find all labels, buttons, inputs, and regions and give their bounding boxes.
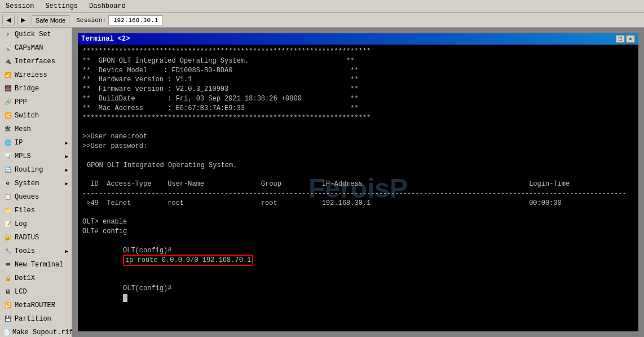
sidebar-item-ppp[interactable]: 🔗 PPP: [0, 95, 72, 109]
sidebar-item-bridge[interactable]: 🌉 Bridge: [0, 82, 72, 95]
sidebar-item-wireless[interactable]: 📶 Wireless: [0, 68, 72, 82]
sidebar-label-interfaces: Interfaces: [15, 58, 55, 65]
sidebar-label-capsman: CAPsMAN: [15, 44, 43, 52]
sidebar-item-new-terminal[interactable]: 💻 New Terminal: [0, 258, 72, 272]
lcd-icon: 🖥: [3, 287, 12, 296]
terminal-line-banner1: ****************************************…: [82, 47, 634, 56]
sidebar-item-routing[interactable]: 🔄 Routing: [0, 163, 72, 177]
sidebar-item-make-supout[interactable]: 📄 Make Supout.rif: [0, 326, 72, 337]
sidebar-item-lcd[interactable]: 🖥 LCD: [0, 285, 72, 299]
sidebar-label-routing: Routing: [15, 166, 43, 174]
terminal-prompt-3: OLT(config)#: [123, 247, 171, 255]
sidebar-item-dot1x[interactable]: 🔒 Dot1X: [0, 272, 72, 285]
sidebar-item-capsman[interactable]: 📡 CAPsMAN: [0, 41, 72, 55]
back-button[interactable]: ◀: [2, 15, 15, 25]
sidebar-item-system[interactable]: ⚙ System: [0, 177, 72, 190]
sidebar-item-queues[interactable]: 📋 Queues: [0, 190, 72, 204]
partition-icon: 💾: [3, 314, 12, 323]
routing-icon: 🔄: [3, 165, 12, 174]
terminal-line-empty2: [82, 151, 634, 161]
metarouter-icon: 🔁: [3, 301, 12, 310]
sidebar-label-wireless: Wireless: [15, 71, 47, 79]
sidebar-item-log[interactable]: 📝 Log: [0, 217, 72, 231]
sidebar-item-files[interactable]: 📁 Files: [0, 204, 72, 217]
session-label: Session:: [76, 17, 106, 24]
sidebar-item-ip[interactable]: 🌐 IP: [0, 136, 72, 150]
menu-dashboard[interactable]: Dashboard: [86, 1, 129, 11]
sidebar-label-metarouter: MetaROUTER: [15, 301, 55, 309]
terminal-line-login-pass: >>User password:: [82, 142, 634, 151]
switch-icon: 🔀: [3, 111, 12, 120]
sidebar-label-partition: Partition: [15, 315, 51, 323]
sidebar-item-mpls[interactable]: 📊 MPLS: [0, 150, 72, 163]
terminal-cursor: [123, 294, 127, 302]
system-icon: ⚙: [3, 179, 12, 188]
terminal-line-empty1: [82, 122, 634, 132]
sidebar-label-files: Files: [15, 207, 35, 215]
mpls-icon: 📊: [3, 152, 12, 161]
sidebar-label-mesh: Mesh: [15, 125, 31, 133]
interfaces-icon: 🔌: [3, 57, 12, 66]
wireless-icon: 📶: [3, 71, 12, 80]
content-area: Terminal <2> □ ✕ FeroisP ***************…: [72, 28, 644, 337]
maximize-button[interactable]: □: [616, 35, 625, 43]
menu-bar: Session Settings Dashboard: [0, 0, 644, 13]
menu-settings[interactable]: Settings: [42, 1, 81, 11]
sidebar-item-radius[interactable]: 🔐 RADIUS: [0, 231, 72, 244]
terminal-line-cmd1: OLT> enable: [82, 217, 634, 227]
terminal-line-gpon-label: GPON OLT Integrated Operating System.: [87, 161, 634, 170]
sidebar: ⚡ Quick Set 📡 CAPsMAN 🔌 Interfaces 📶 Wir…: [0, 28, 72, 337]
sidebar-label-new-terminal: New Terminal: [15, 261, 63, 269]
sidebar-label-ip: IP: [15, 139, 23, 147]
sidebar-item-tools[interactable]: 🔧 Tools: [0, 244, 72, 258]
new-terminal-icon: 💻: [3, 260, 12, 269]
sidebar-label-queues: Queues: [15, 193, 39, 201]
sidebar-item-quick-set[interactable]: ⚡ Quick Set: [0, 28, 72, 41]
terminal-line-banner7: ** Mac Address : E0:67:B3:7A:E9:33 **: [82, 104, 634, 113]
sidebar-label-switch: Switch: [15, 112, 39, 120]
terminal-titlebar: Terminal <2> □ ✕: [78, 33, 638, 45]
quick-set-icon: ⚡: [3, 30, 12, 39]
sidebar-label-make-supout: Make Supout.rif: [12, 329, 72, 336]
terminal-line-banner5: ** Firmware version : V2.0.3_210903 **: [82, 85, 634, 94]
sidebar-label-system: System: [15, 180, 39, 187]
tools-icon: 🔧: [3, 247, 12, 256]
toolbar: ◀ ▶ Safe Mode Session: 192.168.30.1: [0, 13, 644, 28]
terminal-table-divider: ----------------------------------------…: [82, 189, 634, 199]
ip-icon: 🌐: [3, 138, 12, 147]
dot1x-icon: 🔒: [3, 274, 12, 283]
sidebar-label-tools: Tools: [15, 247, 35, 255]
files-icon: 📁: [3, 206, 12, 215]
radius-icon: 🔐: [3, 233, 12, 242]
terminal-table-header: ID Access-Type User-Name Group IP-Addres…: [82, 180, 634, 189]
sidebar-label-log: Log: [15, 220, 27, 228]
sidebar-item-mesh[interactable]: 🕸 Mesh: [0, 122, 72, 136]
terminal-line-banner8: ****************************************…: [82, 113, 634, 123]
terminal-highlighted-command: ip route 0.0.0.0/0 192.168.70.1: [123, 255, 253, 266]
terminal-line-cmd2: OLT# config: [82, 227, 634, 237]
sidebar-item-partition[interactable]: 💾 Partition: [0, 312, 72, 326]
sidebar-label-bridge: Bridge: [15, 85, 39, 93]
sidebar-item-switch[interactable]: 🔀 Switch: [0, 109, 72, 122]
terminal-prompt-4: OLT(config)#: [123, 285, 171, 292]
menu-session[interactable]: Session: [2, 1, 37, 11]
sidebar-item-interfaces[interactable]: 🔌 Interfaces: [0, 55, 72, 68]
close-button[interactable]: ✕: [626, 35, 635, 43]
sidebar-item-metarouter[interactable]: 🔁 MetaROUTER: [0, 299, 72, 312]
make-supout-icon: 📄: [3, 328, 10, 337]
terminal-table-row: >49 Telnet root root 192.168.30.1 00:00:…: [82, 199, 634, 208]
queues-icon: 📋: [3, 192, 12, 202]
terminal-line-empty3: [82, 170, 634, 180]
safe-mode-button[interactable]: Safe Mode: [32, 15, 69, 25]
sidebar-label-radius: RADIUS: [15, 234, 39, 242]
main-layout: ⚡ Quick Set 📡 CAPsMAN 🔌 Interfaces 📶 Wir…: [0, 28, 644, 337]
sidebar-label-quick-set: Quick Set: [15, 30, 51, 38]
forward-button[interactable]: ▶: [17, 15, 29, 25]
mesh-icon: 🕸: [3, 125, 12, 134]
sidebar-label-ppp: PPP: [15, 98, 27, 106]
terminal-body[interactable]: FeroisP ********************************…: [78, 45, 638, 331]
bridge-icon: 🌉: [3, 84, 12, 93]
ppp-icon: 🔗: [3, 98, 12, 107]
terminal-line-cmd4: OLT(config)#: [82, 274, 634, 312]
sidebar-label-lcd: LCD: [15, 288, 27, 296]
